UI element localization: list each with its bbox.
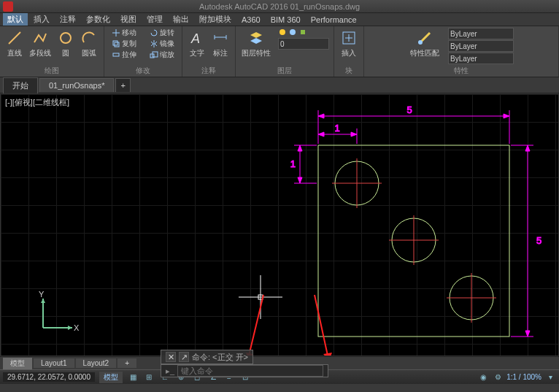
tool-layer-properties[interactable]: 图层特性 [240,28,272,60]
tool-match-properties[interactable]: 特性匹配 [409,28,441,64]
document-tabs: 开始 01_runOsnaps* + [0,77,559,93]
tool-line[interactable]: 直线 [4,28,25,60]
svg-marker-48 [41,299,45,303]
ribbon-tab-addins[interactable]: 附加模块 [195,13,236,26]
snap-toggle-icon[interactable]: ⊞ [143,372,155,383]
ribbon-group-modify: 移动 旋转 复制 镜像 拉伸 缩放 修改 [104,26,182,77]
svg-point-12 [418,40,423,45]
tool-block-insert[interactable]: 插入 [339,28,359,60]
arc-icon [80,29,98,47]
tool-line-label: 直线 [7,48,22,58]
lineweight-bylayer-dropdown[interactable]: ByLayer [448,40,514,52]
ribbon-tab-insert[interactable]: 插入 [29,13,54,26]
tool-arc-label: 圆弧 [82,48,96,58]
command-line: ✕ ↗ 命令: <正交 开> [161,350,253,364]
ribbon-tab-performance[interactable]: Performance [307,15,361,25]
match-props-icon [416,29,433,47]
dim-text-v1: 1 [290,158,296,169]
svg-marker-39 [525,331,530,337]
color-bylayer-dropdown[interactable]: ByLayer [448,28,514,39]
svg-text:Y: Y [39,290,45,299]
layout-tab-add[interactable]: + [117,358,136,368]
dim-text-h1: 1 [334,123,339,134]
tool-polyline[interactable]: 多段线 [28,28,53,60]
svg-point-8 [280,29,285,35]
svg-line-53 [315,295,328,356]
ribbon-tab-annotate[interactable]: 注释 [55,13,80,26]
ribbon-group-draw: 直线 多段线 圆 圆弧 绘图 [0,26,104,77]
status-model-button[interactable]: 模型 [99,372,123,383]
ribbon-tab-manage[interactable]: 管理 [142,13,167,26]
svg-rect-10 [301,30,305,34]
autocad-logo-icon [3,1,13,12]
hardware-accel-icon[interactable]: ⚙ [492,372,504,383]
tab-new[interactable]: + [115,78,130,92]
group-label-layers: 图层 [236,66,334,76]
ribbon-tab-a360[interactable]: A360 [237,15,265,25]
tool-block-label: 插入 [342,48,356,58]
tool-text-label: 文字 [190,48,204,58]
group-label-modify: 修改 [104,66,182,76]
layer-state-icon[interactable] [278,28,329,36]
tool-copy[interactable]: 复制 镜像 [109,39,177,49]
command-input-bar: ▸_ [161,364,328,377]
tool-matchprops-label: 特性匹配 [410,48,439,58]
callout-arrow-left [242,291,271,356]
ribbon-group-block: 插入 块 [334,26,364,77]
ribbon-tab-parametric[interactable]: 参数化 [82,13,115,26]
svg-marker-30 [351,132,357,137]
circle-icon [57,29,74,47]
layout-tab-model[interactable]: 模型 [3,358,32,369]
ribbon-tab-default[interactable]: 默认 [3,13,28,26]
ribbon-tab-bim360[interactable]: BIM 360 [266,15,305,25]
linetype-bylayer-dropdown[interactable]: ByLayer [448,53,514,64]
recent-cmd-icon[interactable]: ↗ [179,352,189,362]
svg-rect-4 [113,53,119,56]
mirror-icon [148,39,157,48]
grid-toggle-icon[interactable]: ▦ [127,372,139,383]
tool-arc[interactable]: 圆弧 [79,28,99,60]
svg-text:A: A [190,31,200,46]
group-label-annotation: 注释 [182,66,235,76]
tab-start[interactable]: 开始 [3,77,38,93]
tool-dimension[interactable]: 标注 [210,28,231,60]
ribbon: 直线 多段线 圆 圆弧 绘图 移动 旋转 复制 镜像 拉伸 缩放 修改 [0,26,559,77]
dim-text-v5: 5 [536,235,541,246]
move-icon [110,28,119,37]
svg-rect-3 [115,42,119,47]
cmd-chevron-icon: ▸_ [166,366,174,376]
svg-line-0 [9,32,20,44]
line-icon [6,29,23,47]
tool-stretch[interactable]: 拉伸 缩放 [109,50,177,60]
window-title: Autodesk AutoCAD 2016 01_runOsnaps.dwg [199,2,360,11]
layout-tab-2[interactable]: Layout2 [76,358,117,368]
layout-tab-1[interactable]: Layout1 [34,358,74,368]
ribbon-tab-output[interactable]: 输出 [169,13,193,26]
close-cmd-icon[interactable]: ✕ [166,352,176,362]
drawing-viewport[interactable]: [-][俯视][二维线框] 5 [0,93,559,356]
command-input[interactable] [177,365,323,377]
group-label-properties: 特性 [364,66,558,76]
tool-circle-label: 圆 [62,48,69,58]
tool-text[interactable]: A 文字 [187,28,207,60]
tool-move[interactable]: 移动 旋转 [109,28,177,38]
ribbon-group-properties: 特性匹配 ByLayer ByLayer ByLayer 特性 [364,26,559,77]
polyline-icon [31,29,49,47]
dimension-icon [212,29,229,47]
status-scale[interactable]: 1:1 / 100% [506,373,541,381]
svg-point-1 [61,33,71,43]
svg-marker-24 [318,114,324,118]
ribbon-tab-view[interactable]: 视图 [116,13,141,26]
tool-dimension-label: 标注 [213,48,228,58]
customize-status-icon[interactable]: ▾ [544,372,556,383]
block-insert-icon [340,29,358,47]
tool-circle[interactable]: 圆 [55,28,76,60]
callout-arrow-right [307,291,336,356]
tab-document[interactable]: 01_runOsnaps* [39,78,114,92]
svg-rect-2 [113,41,117,45]
status-coordinates[interactable]: 29.6712, 22.0572, 0.0000 [3,372,95,382]
ribbon-group-layers: 图层特性 0 图层 [236,26,334,77]
isolate-icon[interactable]: ◉ [477,372,489,383]
group-label-block: 块 [334,66,363,76]
layer-dropdown[interactable]: 0 [278,38,329,50]
